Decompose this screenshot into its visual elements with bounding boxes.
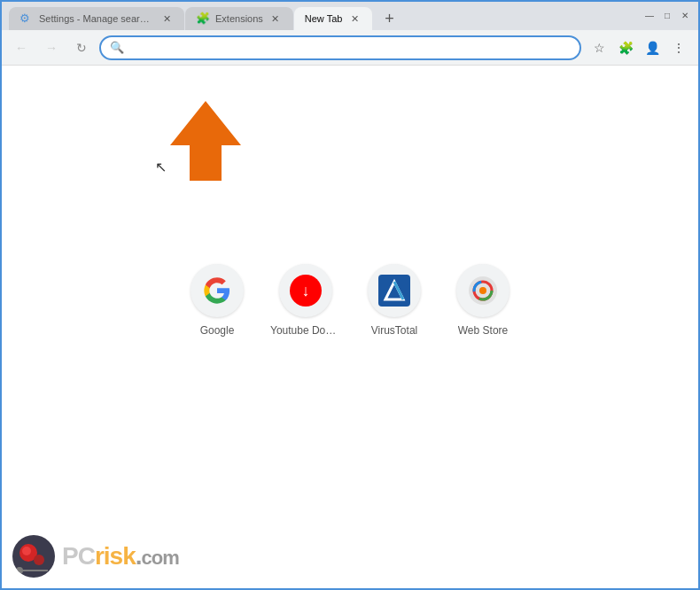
tab-newtab[interactable]: New Tab ✕: [294, 7, 373, 30]
google-icon: [203, 276, 231, 305]
webstore-icon: [467, 275, 499, 307]
svg-point-11: [22, 547, 31, 555]
menu-button[interactable]: ⋮: [666, 35, 691, 60]
extensions-button[interactable]: 🧩: [613, 35, 638, 60]
extensions-tab-icon: 🧩: [196, 12, 210, 26]
maximize-button[interactable]: □: [661, 9, 673, 21]
settings-tab-close[interactable]: ✕: [159, 12, 174, 26]
pcrisk-watermark: PCrisk.com: [12, 535, 179, 578]
content-area: ↖ Google ↓: [2, 66, 698, 588]
minimize-button[interactable]: —: [643, 9, 656, 21]
webstore-icon-container: [456, 264, 509, 317]
shortcuts-grid: Google ↓ Youtube Dow...: [182, 264, 518, 337]
arrow-annotation: [170, 101, 241, 181]
browser-window: ⚙ Settings - Manage search engi... ✕ 🧩 E…: [0, 0, 700, 590]
youtube-dl-icon-container: ↓: [279, 264, 332, 317]
shortcut-youtube-dl[interactable]: ↓ Youtube Dow...: [270, 264, 341, 337]
shortcut-google[interactable]: Google: [182, 264, 253, 337]
settings-tab-label: Settings - Manage search engi...: [39, 13, 154, 24]
bookmark-button[interactable]: ☆: [587, 35, 611, 60]
toolbar: ← → ↻ 🔍 ☆ 🧩 👤 ⋮: [2, 30, 698, 66]
tabs-container: ⚙ Settings - Manage search engi... ✕ 🧩 E…: [9, 2, 472, 30]
newtab-tab-label: New Tab: [305, 13, 343, 24]
back-button[interactable]: ←: [9, 35, 34, 60]
address-input[interactable]: [129, 41, 571, 54]
extensions-tab-close[interactable]: ✕: [268, 12, 283, 26]
pcrisk-logo-ball: [12, 535, 55, 578]
youtube-dl-label: Youtube Dow...: [270, 324, 341, 337]
new-tab-button[interactable]: +: [377, 7, 401, 30]
window-controls: — □ ✕: [643, 9, 691, 21]
virustotal-icon: [378, 275, 410, 307]
svg-marker-0: [170, 101, 241, 181]
settings-tab-icon: ⚙: [19, 12, 34, 26]
newtab-tab-close[interactable]: ✕: [347, 12, 362, 26]
address-bar[interactable]: 🔍: [99, 35, 581, 60]
svg-point-12: [34, 555, 44, 565]
youtube-dl-icon: ↓: [290, 275, 322, 307]
cursor: ↖: [155, 159, 167, 175]
shortcut-virustotal[interactable]: VirusTotal: [359, 264, 430, 337]
svg-point-14: [16, 567, 23, 574]
extensions-tab-label: Extensions: [215, 13, 263, 24]
tab-extensions[interactable]: 🧩 Extensions ✕: [185, 7, 293, 30]
webstore-label: Web Store: [458, 324, 508, 337]
pcrisk-text: PCrisk.com: [62, 544, 179, 569]
forward-button[interactable]: →: [39, 35, 64, 60]
tab-settings[interactable]: ⚙ Settings - Manage search engi... ✕: [9, 7, 184, 30]
search-icon: 🔍: [110, 41, 124, 54]
google-icon-container: [191, 264, 244, 317]
google-label: Google: [200, 324, 235, 337]
toolbar-actions: ☆ 🧩 👤 ⋮: [587, 35, 691, 60]
virustotal-label: VirusTotal: [371, 324, 417, 337]
pcrisk-ball-graphic: [12, 535, 55, 578]
reload-button[interactable]: ↻: [69, 35, 94, 60]
profile-button[interactable]: 👤: [640, 35, 665, 60]
title-bar: ⚙ Settings - Manage search engi... ✕ 🧩 E…: [2, 2, 698, 30]
svg-point-8: [479, 287, 486, 294]
shortcut-webstore[interactable]: Web Store: [447, 264, 518, 337]
virustotal-icon-container: [368, 264, 421, 317]
close-button[interactable]: ✕: [679, 9, 691, 21]
